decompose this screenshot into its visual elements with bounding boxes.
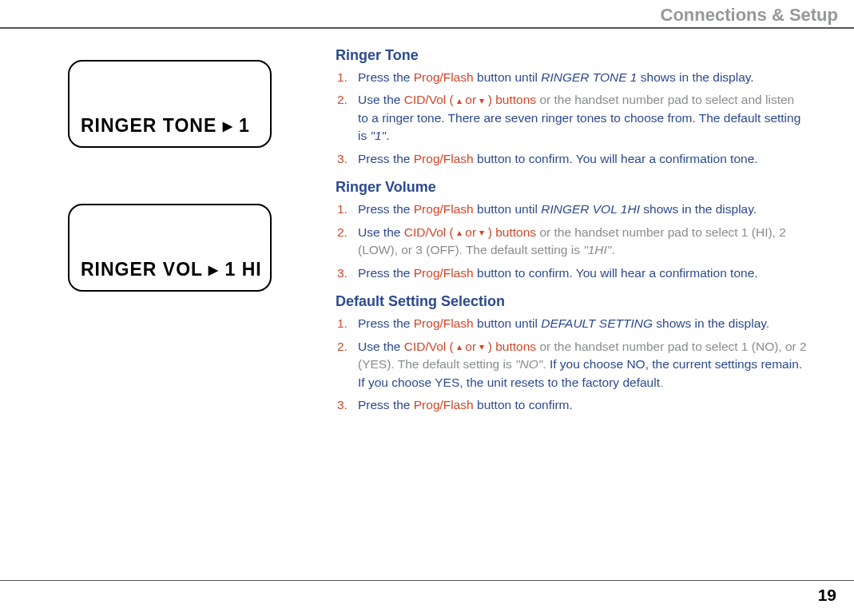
step-number: 1. [336,315,358,332]
heading-default-setting: Default Setting Selection [336,293,807,310]
prog-flash-label: Prog/Flash [414,202,474,216]
default-value: "1" [371,129,387,142]
list-item: 3. Press the Prog/Flash button to confir… [336,264,807,282]
ringer-tone-steps: 1. Press the Prog/Flash button until RIN… [336,69,807,168]
page-number: 19 [818,586,836,605]
heading-ringer-tone: Ringer Tone [336,47,807,64]
prog-flash-label: Prog/Flash [414,70,474,84]
right-column: Ringer Tone 1. Press the Prog/Flash butt… [336,44,831,426]
list-item: 3. Press the Prog/Flash button to confir… [336,150,807,168]
step-number: 2. [336,338,358,391]
heading-ringer-volume: Ringer Volume [336,179,807,196]
left-column: RINGER TONE ▸ 1 RINGER VOL ▸ 1 HI [0,44,336,426]
step-number: 3. [336,150,358,168]
step-text: Use the CID/Vol ( ▴ or ▾ ) buttons or th… [358,91,807,145]
step-number: 3. [336,396,358,414]
default-setting-steps: 1. Press the Prog/Flash button until DEF… [336,315,807,414]
list-item: 2. Use the CID/Vol ( ▴ or ▾ ) buttons or… [336,338,807,391]
list-item: 1. Press the Prog/Flash button until RIN… [336,69,807,86]
step-text: Press the Prog/Flash button to confirm. [358,396,807,414]
lcd-screen-ringer-vol: RINGER VOL ▸ 1 HI [68,204,272,292]
display-value: RINGER TONE 1 [541,70,637,84]
cid-vol-label: CID/Vol ( ▴ or ▾ ) buttons [404,340,536,353]
prog-flash-label: Prog/Flash [414,398,474,411]
step-text: Use the CID/Vol ( ▴ or ▾ ) buttons or th… [358,224,807,260]
default-value: "NO" [515,357,542,371]
default-value: "1HI" [583,243,611,256]
page-content: RINGER TONE ▸ 1 RINGER VOL ▸ 1 HI Ringer… [0,44,854,426]
list-item: 1. Press the Prog/Flash button until RIN… [336,201,807,218]
list-item: 2. Use the CID/Vol ( ▴ or ▾ ) buttons or… [336,224,807,260]
step-text: Press the Prog/Flash button until RINGER… [358,201,807,218]
lcd-text-2: RINGER VOL ▸ 1 HI [81,259,262,280]
footer-rule [0,580,854,582]
header-rule [0,27,854,29]
lcd-screen-ringer-tone: RINGER TONE ▸ 1 [68,60,272,148]
cid-vol-label: CID/Vol ( ▴ or ▾ ) buttons [404,225,536,239]
step-number: 3. [336,264,358,282]
step-text: Press the Prog/Flash button to confirm. … [358,264,807,282]
prog-flash-label: Prog/Flash [414,266,474,280]
step-text: Press the Prog/Flash button until RINGER… [358,69,807,86]
ringer-volume-steps: 1. Press the Prog/Flash button until RIN… [336,201,807,282]
step-text: Press the Prog/Flash button to confirm. … [358,150,807,168]
display-value: DEFAULT SETTING [541,316,653,330]
list-item: 3. Press the Prog/Flash button to confir… [336,396,807,414]
step-text: Use the CID/Vol ( ▴ or ▾ ) buttons or th… [358,338,807,391]
step-number: 2. [336,224,358,260]
prog-flash-label: Prog/Flash [414,152,474,165]
step-number: 2. [336,91,358,145]
step-text: Press the Prog/Flash button until DEFAUL… [358,315,807,332]
section-header: Connections & Setup [661,5,838,26]
prog-flash-label: Prog/Flash [414,316,474,330]
list-item: 2. Use the CID/Vol ( ▴ or ▾ ) buttons or… [336,91,807,145]
step-number: 1. [336,69,358,86]
list-item: 1. Press the Prog/Flash button until DEF… [336,315,807,332]
gray-note: or the handset number pad to select and … [536,93,794,106]
lcd-text-1: RINGER TONE ▸ 1 [81,115,250,137]
step-number: 1. [336,201,358,218]
display-value: RINGER VOL 1HI [541,202,640,216]
cid-vol-label: CID/Vol ( ▴ or ▾ ) buttons [404,93,536,106]
